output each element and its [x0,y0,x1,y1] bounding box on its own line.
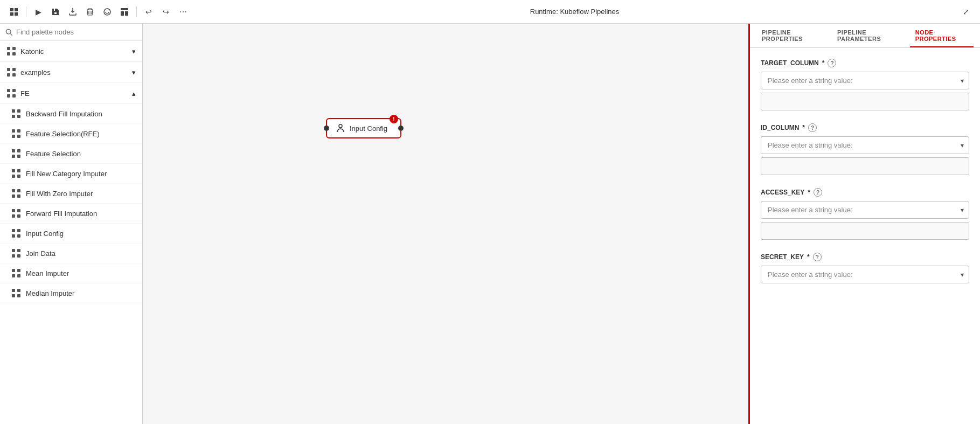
svg-rect-56 [17,274,20,277]
node-icon-fill-with-zero [11,188,22,199]
svg-rect-28 [17,135,20,138]
sidebar-item-feature-selection-rfe[interactable]: Feature Selection(RFE) [0,124,142,144]
svg-rect-2 [10,12,13,16]
svg-rect-32 [17,155,20,158]
more-icon[interactable]: ⋯ [176,4,191,19]
svg-rect-6 [121,11,124,16]
tab-pipeline-properties[interactable]: PIPELINE PROPERTIES [756,24,830,47]
canvas[interactable]: ! Input Config [143,24,748,424]
secret-key-label: SECRET_KEY* ? [761,253,969,261]
sidebar-item-label: Input Config [26,230,64,238]
katonic-chevron-icon: ▾ [132,47,136,55]
svg-rect-37 [12,189,15,192]
svg-rect-23 [12,115,15,118]
sidebar-group-katonic[interactable]: Katonic ▾ [0,41,142,62]
svg-rect-38 [17,189,20,192]
main-area: Katonic ▾ examples ▾ FE ▴ [0,24,980,424]
id-column-select[interactable]: Please enter a string value: [761,136,969,154]
secret-key-select[interactable]: Please enter a string value: [761,266,969,283]
sidebar-item-join-data[interactable]: Join Data [0,244,142,263]
layout-icon[interactable] [117,4,132,19]
sidebar-item-label: Forward Fill Imputation [26,210,97,218]
sidebar-item-fill-with-zero-imputer[interactable]: Fill With Zero Imputer [0,184,142,204]
examples-group-label: examples [20,68,51,77]
svg-rect-22 [17,109,20,113]
save-icon[interactable] [48,4,63,19]
svg-rect-33 [12,169,15,172]
svg-rect-29 [12,149,15,152]
access-key-help-icon[interactable]: ? [814,188,822,197]
node-icon-mean-imputer [11,268,22,279]
pipeline-node-input-config[interactable]: ! Input Config [326,118,401,138]
field-group-id-column: ID_COLUMN* ? Please enter a string value… [761,123,969,175]
sidebar-item-label: Mean Imputer [26,269,69,277]
play-icon[interactable]: ▶ [31,4,46,19]
sidebar-item-fill-new-category-imputer[interactable]: Fill New Category Imputer [0,164,142,184]
target-column-select[interactable]: Please enter a string value: [761,72,969,89]
svg-rect-3 [15,12,18,16]
node-icon-forward-fill [11,208,22,219]
svg-rect-26 [17,129,20,133]
svg-rect-46 [17,229,20,232]
delete-icon[interactable] [82,4,98,19]
id-column-label-text: ID_COLUMN [761,124,799,131]
target-column-label: TARGET_COLUMN* ? [761,59,969,67]
secret-key-help-icon[interactable]: ? [813,253,822,261]
undo-icon[interactable]: ↩ [141,4,156,19]
svg-rect-53 [12,269,15,272]
sidebar-item-mean-imputer[interactable]: Mean Imputer [0,263,142,283]
access-key-text-input[interactable] [761,222,969,240]
id-column-text-input[interactable] [761,157,969,175]
svg-rect-57 [12,289,15,292]
target-column-help-icon[interactable]: ? [828,59,836,67]
expand-icon[interactable]: ⤢ [958,4,974,19]
sidebar-item-feature-selection[interactable]: Feature Selection [0,144,142,164]
sidebar-item-label: Fill New Category Imputer [26,170,107,178]
node-port-right [398,126,404,131]
sidebar-item-label: Fill With Zero Imputer [26,190,93,198]
svg-point-8 [6,29,11,34]
fe-group-icon [6,88,16,98]
sidebar-item-forward-fill-imputation[interactable]: Forward Fill Imputation [0,204,142,224]
svg-rect-40 [17,194,20,198]
sidebar-item-backward-fill-imputation[interactable]: Backward Fill Imputation [0,104,142,124]
svg-rect-21 [12,109,15,113]
id-column-label: ID_COLUMN* ? [761,123,969,132]
tab-node-properties[interactable]: NODE PROPERTIES [910,24,974,47]
node-icon-median-imputer [11,288,22,298]
svg-rect-9 [7,47,10,50]
deploy-icon[interactable] [100,4,115,19]
redo-icon[interactable]: ↪ [158,4,173,19]
node-icon-backward-fill [11,108,22,119]
sidebar-item-input-config[interactable]: Input Config [0,224,142,244]
svg-rect-59 [12,294,15,297]
sidebar-item-median-imputer[interactable]: Median Imputer [0,283,142,303]
sidebar-group-examples[interactable]: examples ▾ [0,62,142,83]
field-group-access-key: ACCESS_KEY* ? Please enter a string valu… [761,188,969,240]
sidebar-group-fe[interactable]: FE ▴ [0,83,142,104]
svg-point-61 [339,124,342,128]
id-column-help-icon[interactable]: ? [808,123,817,132]
runtime-label: Runtime: Kubeflow Pipelines [193,8,956,16]
sidebar: Katonic ▾ examples ▾ FE ▴ [0,24,143,424]
svg-rect-18 [12,89,16,92]
access-key-select[interactable]: Please enter a string value: [761,201,969,219]
id-column-select-wrapper: Please enter a string value: ▾ [761,136,969,154]
search-input[interactable] [16,28,137,36]
grid-icon[interactable] [6,4,22,19]
svg-rect-0 [10,8,13,11]
sidebar-list: Katonic ▾ examples ▾ FE ▴ [0,41,142,424]
svg-rect-48 [17,234,20,238]
sidebar-item-label: Feature Selection [26,150,81,158]
tab-pipeline-parameters[interactable]: PIPELINE PARAMETERS [832,24,908,47]
svg-rect-49 [12,249,15,252]
node-port-left [324,126,329,131]
svg-rect-13 [7,68,10,71]
katonic-group-icon [6,46,16,56]
access-key-label: ACCESS_KEY* ? [761,188,969,197]
target-column-text-input[interactable] [761,93,969,110]
target-column-required: * [822,59,825,67]
export-icon[interactable] [65,4,80,19]
svg-rect-54 [17,269,20,272]
secret-key-label-text: SECRET_KEY [761,253,804,261]
